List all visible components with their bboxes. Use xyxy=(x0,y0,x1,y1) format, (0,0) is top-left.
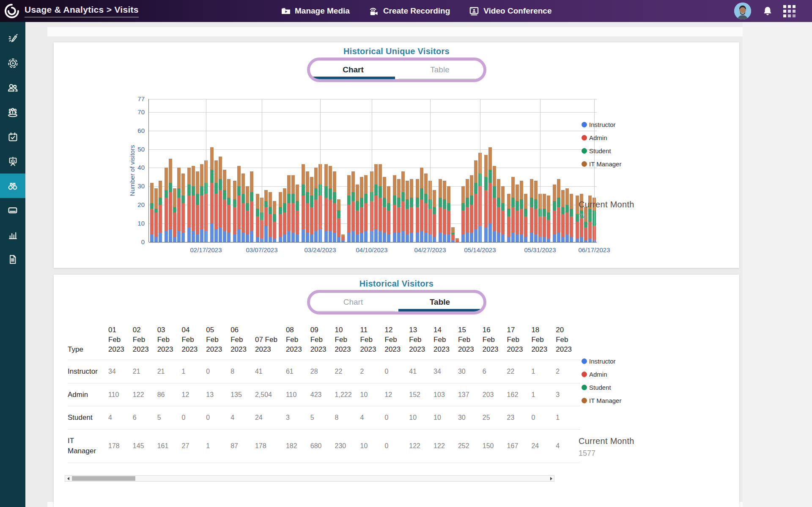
stacked-bar[interactable] xyxy=(416,179,419,242)
stacked-bar[interactable] xyxy=(570,194,573,242)
stacked-bar[interactable] xyxy=(196,171,199,242)
sidebar-item-groups[interactable] xyxy=(0,100,25,124)
stacked-bar[interactable] xyxy=(406,181,409,242)
stacked-bar[interactable] xyxy=(488,147,492,242)
user-avatar[interactable] xyxy=(734,3,751,19)
stacked-bar[interactable] xyxy=(283,188,286,242)
stacked-bar[interactable] xyxy=(256,194,259,242)
stacked-bar[interactable] xyxy=(447,186,450,242)
stacked-bar[interactable] xyxy=(520,181,523,242)
stacked-bar[interactable] xyxy=(534,181,538,242)
stacked-bar[interactable] xyxy=(233,181,236,242)
tab-table[interactable]: Table xyxy=(397,61,483,79)
stacked-bar[interactable] xyxy=(493,166,496,242)
stacked-bar[interactable] xyxy=(383,177,386,242)
stacked-bar[interactable] xyxy=(351,171,355,242)
stacked-bar[interactable] xyxy=(470,175,473,242)
stacked-bar[interactable] xyxy=(507,194,510,242)
scroll-left-arrow[interactable] xyxy=(65,476,71,481)
stacked-bar[interactable] xyxy=(333,171,336,242)
stacked-bar[interactable] xyxy=(439,179,442,242)
stacked-bar[interactable] xyxy=(150,183,154,242)
stacked-bar[interactable] xyxy=(219,157,222,242)
stacked-bar[interactable] xyxy=(356,185,359,242)
horizontal-scrollbar[interactable] xyxy=(65,475,554,482)
stacked-bar[interactable] xyxy=(246,186,249,242)
stacked-bar[interactable] xyxy=(159,181,162,242)
stacked-bar[interactable] xyxy=(387,186,390,242)
stacked-bar[interactable] xyxy=(264,190,268,242)
stacked-bar[interactable] xyxy=(250,171,253,242)
stacked-bar[interactable] xyxy=(287,175,291,242)
stacked-bar[interactable] xyxy=(210,147,214,242)
stacked-bar[interactable] xyxy=(314,168,318,242)
stacked-bar[interactable] xyxy=(214,160,218,242)
stacked-bar[interactable] xyxy=(192,166,195,242)
sidebar-item-users[interactable] xyxy=(0,75,25,100)
scrollbar-thumb[interactable] xyxy=(72,476,135,481)
manage-media-button[interactable]: Manage Media xyxy=(281,6,350,16)
stacked-bar[interactable] xyxy=(364,175,368,242)
stacked-bar[interactable] xyxy=(524,194,527,242)
app-logo-icon[interactable] xyxy=(4,3,19,19)
stacked-bar[interactable] xyxy=(279,192,282,242)
sidebar-item-create[interactable] xyxy=(0,26,25,51)
stacked-bar[interactable] xyxy=(451,227,455,242)
stacked-bar[interactable] xyxy=(291,175,295,242)
stacked-bar[interactable] xyxy=(511,177,515,242)
stacked-bar[interactable] xyxy=(420,168,423,242)
stacked-bar[interactable] xyxy=(443,181,446,242)
scrollbar-track[interactable] xyxy=(71,476,548,481)
stacked-bar[interactable] xyxy=(269,192,272,242)
sidebar-item-storage[interactable] xyxy=(0,198,25,223)
stacked-bar[interactable] xyxy=(466,179,469,242)
stacked-bar[interactable] xyxy=(302,164,305,242)
stacked-bar[interactable] xyxy=(401,171,405,242)
video-conference-button[interactable]: Video Conference xyxy=(469,6,551,17)
stacked-bar[interactable] xyxy=(237,166,241,242)
scroll-right-arrow[interactable] xyxy=(548,476,554,481)
stacked-bar[interactable] xyxy=(543,194,546,242)
stacked-bar[interactable] xyxy=(337,199,340,242)
sidebar-item-usage-analytics[interactable] xyxy=(0,174,25,198)
stacked-bar[interactable] xyxy=(173,188,176,242)
stacked-bar[interactable] xyxy=(360,177,363,242)
stacked-bar[interactable] xyxy=(310,177,313,242)
stacked-bar[interactable] xyxy=(501,186,505,242)
stacked-bar[interactable] xyxy=(200,164,203,242)
stacked-bar[interactable] xyxy=(347,175,351,242)
stacked-bar[interactable] xyxy=(187,168,191,242)
stacked-bar[interactable] xyxy=(165,168,168,242)
stacked-bar[interactable] xyxy=(410,179,413,242)
tab-table[interactable]: Table xyxy=(397,293,483,311)
stacked-bar[interactable] xyxy=(547,196,550,242)
stacked-bar[interactable] xyxy=(273,201,276,242)
stacked-bar[interactable] xyxy=(393,175,396,242)
stacked-bar[interactable] xyxy=(433,190,436,242)
stacked-bar[interactable] xyxy=(455,238,459,242)
stacked-bar[interactable] xyxy=(565,188,569,242)
stacked-bar[interactable] xyxy=(169,159,172,242)
stacked-bar[interactable] xyxy=(241,174,245,242)
stacked-bar[interactable] xyxy=(181,174,185,242)
stacked-bar[interactable] xyxy=(424,174,428,242)
stacked-bar[interactable] xyxy=(227,179,230,242)
stacked-bar[interactable] xyxy=(306,171,309,242)
stacked-bar[interactable] xyxy=(474,160,477,242)
stacked-bar[interactable] xyxy=(296,185,299,242)
stacked-bar[interactable] xyxy=(379,164,382,242)
stacked-bar[interactable] xyxy=(484,155,488,242)
stacked-bar[interactable] xyxy=(154,188,158,242)
stacked-bar[interactable] xyxy=(329,166,332,242)
stacked-bar[interactable] xyxy=(461,186,465,242)
stacked-bar[interactable] xyxy=(553,185,556,242)
stacked-bar[interactable] xyxy=(177,168,181,242)
create-recording-button[interactable]: Create Recording xyxy=(368,6,450,17)
stacked-bar[interactable] xyxy=(341,234,345,242)
tab-chart[interactable]: Chart xyxy=(310,61,397,79)
stacked-bar[interactable] xyxy=(530,179,533,242)
stacked-bar[interactable] xyxy=(324,164,328,242)
stacked-bar[interactable] xyxy=(557,179,560,242)
stacked-bar[interactable] xyxy=(397,179,401,242)
notifications-bell-icon[interactable] xyxy=(762,6,773,17)
